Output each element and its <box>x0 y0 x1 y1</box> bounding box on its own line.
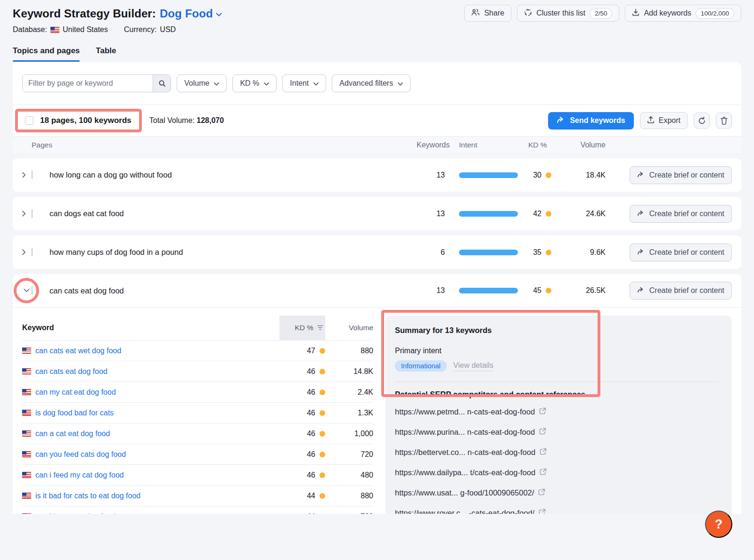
keyword-link[interactable]: can i feed my cat dog food <box>35 471 124 479</box>
keyword-link[interactable]: is dog food bad for cats <box>35 409 114 417</box>
volume-value: 1,000 <box>325 430 373 438</box>
us-flag-icon <box>22 348 31 354</box>
chevron-down-icon <box>264 79 269 88</box>
row-checkbox[interactable] <box>32 209 33 218</box>
kd-value: 46 <box>303 409 315 417</box>
serp-url-text: https://bettervet.co... n-cats-eat-dog-f… <box>395 448 535 457</box>
volume-value: 2.4K <box>325 388 373 397</box>
volume-value: 24.6K <box>566 210 606 218</box>
keyword-link[interactable]: can you feed cats dog food <box>35 450 126 459</box>
intent-bar <box>459 250 518 255</box>
row-checkbox[interactable] <box>32 170 33 179</box>
create-brief-button[interactable]: Create brief or content <box>630 243 732 261</box>
keyword-row: is dog food bad for cats 46 1.3K <box>22 402 373 423</box>
kd-value: 42 <box>528 210 541 218</box>
intent-bar <box>459 172 518 178</box>
select-all-checkbox[interactable] <box>25 116 33 125</box>
export-button[interactable]: Export <box>640 112 688 129</box>
kd-dot <box>320 390 325 395</box>
database-value: United States <box>63 25 108 34</box>
tab-topics-and-pages[interactable]: Topics and pages <box>13 46 80 62</box>
chevron-right-icon[interactable] <box>22 211 32 217</box>
external-link-icon[interactable] <box>540 448 547 457</box>
kd-dot <box>320 493 325 499</box>
keyword-link[interactable]: can my cat eat dog food <box>35 388 116 397</box>
kd-filter-dropdown[interactable]: KD % <box>232 74 277 92</box>
row-checkbox[interactable] <box>32 248 33 257</box>
create-brief-button[interactable]: Create brief or content <box>630 282 732 300</box>
kd-dot <box>546 250 551 255</box>
external-link-icon[interactable] <box>539 407 546 416</box>
serp-url-text: https://www.purina... n-cats-eat-dog-foo… <box>395 428 535 437</box>
keyword-row: can you feed cats dog food 46 720 <box>22 444 373 464</box>
keyword-link[interactable]: can cats eat wet dog food <box>35 347 121 355</box>
chevron-right-icon[interactable] <box>22 249 32 255</box>
share-label: Share <box>484 9 504 17</box>
share-icon <box>471 8 480 18</box>
kd-dot <box>320 431 325 437</box>
volume-column-header[interactable]: Volume <box>325 324 373 332</box>
send-arrow-icon <box>557 116 565 125</box>
volume-value: 480 <box>325 471 373 479</box>
page-title-cell[interactable]: how many cups of dog food in a pound <box>49 248 417 257</box>
serp-url-text: https://www.usat... g-food/10009065002/ <box>395 488 534 497</box>
keyword-link[interactable]: is it bad for cats to eat dog food <box>35 492 140 500</box>
search-icon[interactable] <box>153 75 171 92</box>
page-title-cell[interactable]: can dogs eat cat food <box>49 209 417 218</box>
send-keywords-button[interactable]: Send keywords <box>548 112 633 130</box>
divider <box>395 381 719 382</box>
chevron-down-icon[interactable] <box>216 6 222 19</box>
filter-bar: Volume KD % Intent Advanced filters <box>13 62 741 105</box>
table-row: can dogs eat cat food 13 42 24.6K Create… <box>13 197 741 230</box>
us-flag-icon <box>22 389 31 395</box>
chevron-down-icon[interactable] <box>22 289 32 292</box>
refresh-icon[interactable] <box>694 113 710 129</box>
delete-icon[interactable] <box>716 113 732 129</box>
create-brief-button[interactable]: Create brief or content <box>630 205 732 223</box>
currency-value: USD <box>160 25 176 34</box>
us-flag-icon <box>22 513 31 514</box>
external-link-icon[interactable] <box>539 509 546 514</box>
us-flag-icon <box>50 27 59 33</box>
keyword-link[interactable]: can cats eat dog food <box>35 367 107 376</box>
add-keywords-button[interactable]: Add keywords 100/2,000 <box>625 5 741 22</box>
intent-filter-dropdown[interactable]: Intent <box>282 74 326 92</box>
create-brief-button[interactable]: Create brief or content <box>630 166 732 184</box>
toolbar-card: Volume KD % Intent Advanced filters 18 p… <box>13 62 741 153</box>
volume-value: 1.3K <box>325 409 373 417</box>
kd-value: 30 <box>528 171 541 179</box>
intent-badge[interactable]: Informational <box>395 360 447 372</box>
send-arrow-icon <box>637 286 645 295</box>
cluster-list-button[interactable]: Cluster this list 2/50 <box>517 5 619 22</box>
page-title-cell[interactable]: can cats eat dog food <box>49 286 417 295</box>
list-name[interactable]: Dog Food <box>160 7 213 20</box>
help-button[interactable]: ? <box>705 511 732 538</box>
page-title: Keyword Strategy Builder:Dog Food <box>13 6 222 20</box>
pages-list: how long can a dog go without food 13 30… <box>13 158 741 269</box>
serp-url-text: https://www.dailypa... t/cats-eat-dog-fo… <box>395 468 535 477</box>
add-keywords-label: Add keywords <box>644 9 691 17</box>
keyword-column-header: Keyword <box>22 324 279 332</box>
view-details-link[interactable]: View details <box>453 361 493 371</box>
tab-bar: Topics and pages Table <box>13 46 741 62</box>
share-button[interactable]: Share <box>464 5 511 22</box>
row-checkbox[interactable] <box>32 286 33 295</box>
kd-column-header-sorted[interactable]: KD % <box>279 316 325 340</box>
chevron-right-icon[interactable] <box>22 172 32 178</box>
advanced-filters-dropdown[interactable]: Advanced filters <box>332 74 410 92</box>
page-title-cell[interactable]: how long can a dog go without food <box>49 170 417 179</box>
tab-table[interactable]: Table <box>96 46 116 62</box>
us-flag-icon <box>22 430 31 437</box>
search-input[interactable] <box>23 75 153 92</box>
keyword-link[interactable]: can kittens eat dog food <box>35 512 115 514</box>
primary-intent-label: Primary intent <box>395 347 722 355</box>
serp-competitors-title: Potential SERP competitors and content r… <box>395 390 722 399</box>
external-link-icon[interactable] <box>540 468 547 477</box>
summary-title: Summary for 13 keywords <box>395 326 722 335</box>
export-icon <box>647 116 655 125</box>
app-header: Keyword Strategy Builder:Dog Food Share … <box>13 0 741 22</box>
external-link-icon[interactable] <box>538 488 545 497</box>
external-link-icon[interactable] <box>539 428 546 437</box>
keyword-link[interactable]: can a cat eat dog food <box>35 430 110 438</box>
volume-filter-dropdown[interactable]: Volume <box>177 74 227 92</box>
